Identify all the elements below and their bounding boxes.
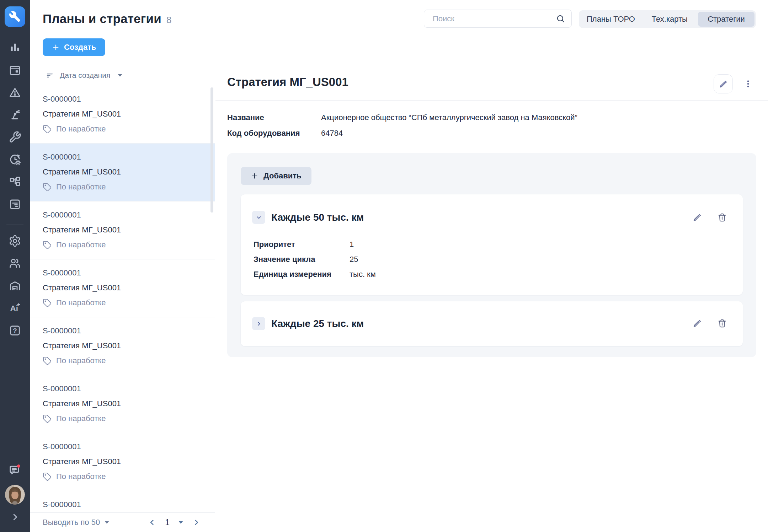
list-item[interactable]: S-0000001Стратегия МГ_US001По наработке xyxy=(30,433,215,491)
sidebar-item-users[interactable] xyxy=(7,256,23,271)
ai-icon: Ai xyxy=(9,302,21,315)
edit-cycle-pencil-icon[interactable] xyxy=(692,318,702,328)
help-icon: ? xyxy=(9,324,21,337)
page-select-caret-icon[interactable] xyxy=(178,521,183,524)
robot-arm-icon xyxy=(9,108,21,121)
page-next-icon[interactable] xyxy=(192,518,201,527)
list-item[interactable]: S-0000001Стратегия МГ_US001По наработке xyxy=(30,86,215,144)
item-title: Стратегия МГ_US001 xyxy=(43,167,215,177)
edit-cycle-pencil-icon[interactable] xyxy=(692,213,702,222)
delete-cycle-trash-icon[interactable] xyxy=(717,213,727,222)
tab-strategii[interactable]: Стратегии xyxy=(698,12,754,27)
sidebar-item-analytics[interactable] xyxy=(7,40,23,55)
page-size-label: Выводить по 50 xyxy=(43,518,100,527)
list-item[interactable]: S-0000001Стратегия МГ_US001По наработке xyxy=(30,259,215,317)
sidebar-item-calendar[interactable] xyxy=(7,62,23,78)
app-logo[interactable] xyxy=(5,6,25,27)
sidebar: Ai ? xyxy=(0,0,30,532)
delete-cycle-trash-icon[interactable] xyxy=(717,318,727,328)
cycle-field-label: Единица измерения xyxy=(254,269,350,280)
tab-plany-toro[interactable]: Планы ТОРО xyxy=(580,12,641,27)
sidebar-item-history[interactable] xyxy=(7,152,23,167)
sidebar-item-help[interactable]: ? xyxy=(7,323,23,338)
wrench-icon xyxy=(9,131,21,144)
field-label: Название xyxy=(227,112,321,123)
list-item[interactable]: S-0000001Стратегия МГ_US001По наработке xyxy=(30,317,215,375)
page-prev-icon[interactable] xyxy=(148,518,156,527)
item-tag-label: По наработке xyxy=(56,356,106,365)
cycles-section: Добавить Каждые 50 тыс. км Приоритет1 Зн… xyxy=(227,153,756,357)
item-tag: По наработке xyxy=(43,414,215,423)
cycle-field-row: Единица измерениятыс. км xyxy=(254,269,376,280)
cycle-title: Каждые 25 тыс. км xyxy=(271,317,364,330)
field-value: 64784 xyxy=(321,129,343,138)
chat-icon xyxy=(9,463,21,476)
expand-cycle-button[interactable] xyxy=(252,317,265,330)
caret-down-icon xyxy=(117,74,123,77)
item-tag-label: По наработке xyxy=(56,298,106,307)
tag-icon xyxy=(43,183,52,192)
edit-strategy-button[interactable] xyxy=(714,74,733,93)
cycle-card-collapsed: Каждые 25 тыс. км xyxy=(241,301,743,346)
strategy-list-panel: Дата создания S-0000001Стратегия МГ_US00… xyxy=(30,65,215,532)
collapse-cycle-button[interactable] xyxy=(252,211,265,224)
item-tag-label: По наработке xyxy=(56,182,106,192)
cycle-field-label: Значение цикла xyxy=(254,254,350,265)
item-id: S-0000001 xyxy=(43,152,215,162)
page-size-selector[interactable]: Выводить по 50 xyxy=(43,518,110,527)
sort-control[interactable]: Дата создания xyxy=(30,65,215,85)
hierarchy-icon xyxy=(9,176,21,188)
tag-icon xyxy=(43,414,52,423)
item-tag-label: По наработке xyxy=(56,472,106,481)
list-item[interactable]: S-0000001Стратегия МГ_US001По наработке xyxy=(30,375,215,433)
item-id: S-0000001 xyxy=(43,442,215,451)
cycle-field-row: Приоритет1 xyxy=(254,239,354,250)
view-tabs: Планы ТОРО Тех.карты Стратегии xyxy=(579,10,756,28)
chevron-down-icon xyxy=(255,214,262,221)
search-input[interactable] xyxy=(424,10,572,28)
field-row: Код оборудования64784 xyxy=(227,128,343,139)
item-id: S-0000001 xyxy=(43,210,215,220)
user-avatar[interactable] xyxy=(5,485,25,505)
list-item[interactable]: S-0000001Стратегия МГ_US001По наработке xyxy=(30,201,215,259)
sidebar-item-equipment[interactable] xyxy=(7,107,23,123)
create-button[interactable]: Создать xyxy=(43,38,105,56)
tag-icon xyxy=(43,356,52,365)
list-body: S-0000001Стратегия МГ_US001По наработкеS… xyxy=(30,86,215,512)
item-id: S-0000001 xyxy=(43,268,215,278)
item-tag-label: По наработке xyxy=(56,240,106,249)
list-scrollbar[interactable] xyxy=(210,87,213,213)
sidebar-item-ai[interactable]: Ai xyxy=(7,300,23,316)
sidebar-item-alerts[interactable] xyxy=(7,85,23,100)
page-title: Планы и стратегии8 xyxy=(43,12,172,26)
users-icon xyxy=(9,257,21,270)
item-id: S-0000001 xyxy=(43,500,215,509)
add-cycle-button[interactable]: Добавить xyxy=(241,167,311,185)
sidebar-item-messages[interactable] xyxy=(7,462,23,478)
cycle-field-row: Значение цикла25 xyxy=(254,254,358,265)
more-actions-button[interactable] xyxy=(740,74,756,93)
wrench-logo-icon xyxy=(9,10,21,23)
sidebar-expand-button[interactable] xyxy=(7,509,23,525)
sidebar-item-hierarchy[interactable] xyxy=(7,174,23,190)
cycle-field-label: Приоритет xyxy=(254,239,350,250)
sidebar-item-maintenance[interactable] xyxy=(7,129,23,145)
cycle-field-value: 25 xyxy=(350,255,358,264)
sidebar-item-warehouse[interactable] xyxy=(7,278,23,294)
cycle-field-value: 1 xyxy=(350,240,354,249)
list-item[interactable]: S-0000001Стратегия МГ_US001По наработке xyxy=(30,491,215,512)
gear-icon xyxy=(9,235,21,247)
sidebar-item-settings[interactable] xyxy=(7,233,23,249)
search-icon[interactable] xyxy=(556,14,565,23)
list-item[interactable]: S-0000001Стратегия МГ_US001По наработке xyxy=(30,144,215,201)
item-count-badge: 8 xyxy=(166,15,172,25)
item-title: Стратегия МГ_US001 xyxy=(43,341,215,350)
cycle-title: Каждые 50 тыс. км xyxy=(271,211,364,224)
current-page: 1 xyxy=(165,518,170,527)
sidebar-item-documents[interactable] xyxy=(7,197,23,212)
topbar: Планы и стратегии8 Создать Планы ТОРО Те… xyxy=(30,0,768,65)
tab-tech-karty[interactable]: Тех.карты xyxy=(641,12,698,27)
plus-icon xyxy=(251,172,258,180)
item-tag-label: По наработке xyxy=(56,414,106,423)
svg-text:Ai: Ai xyxy=(10,304,18,313)
